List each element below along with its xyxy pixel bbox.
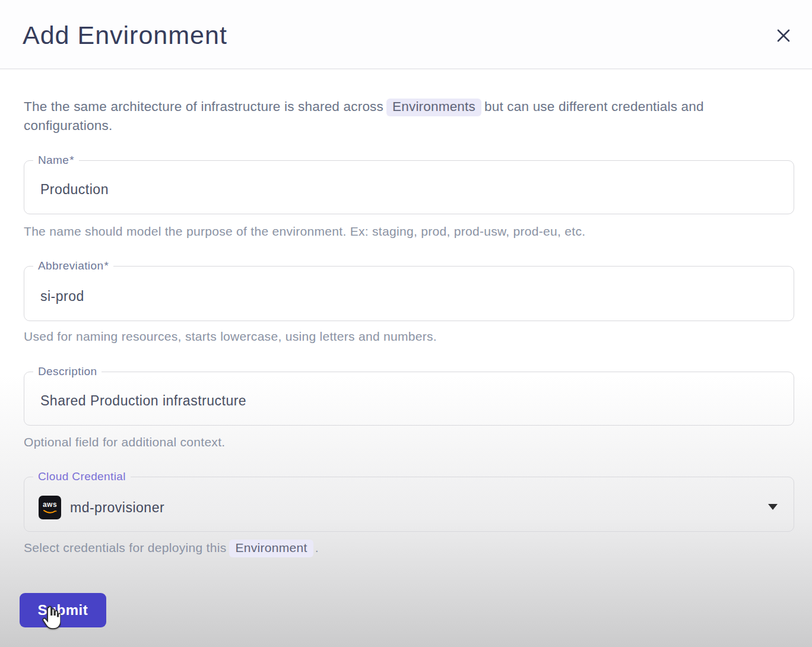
abbreviation-field-label: Abbreviation* — [33, 259, 113, 272]
aws-icon: aws — [39, 496, 61, 519]
required-marker: * — [69, 154, 74, 166]
cloud-credential-select[interactable]: Cloud Credential aws md-provisioner — [24, 470, 794, 532]
name-field-label: Name* — [33, 154, 79, 167]
dialog-header: Add Environment — [0, 0, 812, 69]
cloud-credential-helper-text: Select credentials for deploying thisEnv… — [24, 540, 319, 557]
cloud-credential-selected-option: aws md-provisioner — [39, 494, 758, 521]
intro-text-before: The the same architecture of infrastruct… — [24, 99, 383, 114]
environment-chip: Environment — [229, 540, 313, 557]
close-button[interactable] — [770, 23, 797, 49]
abbreviation-field: Abbreviation* — [24, 259, 794, 321]
name-helper-text: The name should model the purpose of the… — [24, 224, 585, 239]
cloud-credential-label: Cloud Credential — [33, 470, 131, 483]
submit-button[interactable]: Submit — [20, 593, 106, 627]
description-helper-text: Optional field for additional context. — [24, 435, 225, 449]
abbreviation-input[interactable] — [39, 288, 773, 305]
description-input[interactable] — [39, 392, 773, 410]
cloud-helper-before: Select credentials for deploying this — [24, 541, 226, 554]
cloud-helper-after: . — [315, 541, 319, 554]
dialog-title: Add Environment — [23, 21, 227, 50]
name-field: Name* — [24, 154, 794, 214]
add-environment-dialog: Add Environment The the same architectur… — [0, 0, 812, 647]
environments-chip: Environments — [386, 99, 481, 116]
close-icon — [775, 27, 792, 44]
description-field: Description — [24, 365, 794, 426]
name-input[interactable] — [39, 181, 773, 198]
abbreviation-helper-text: Used for naming resources, starts lowerc… — [24, 329, 437, 344]
description-field-label: Description — [33, 365, 102, 378]
cloud-credential-value: md-provisioner — [70, 500, 164, 516]
required-marker: * — [104, 259, 109, 272]
intro-text: The the same architecture of infrastruct… — [24, 97, 779, 135]
chevron-down-icon[interactable] — [768, 504, 778, 510]
aws-smile-arrow — [43, 509, 57, 515]
